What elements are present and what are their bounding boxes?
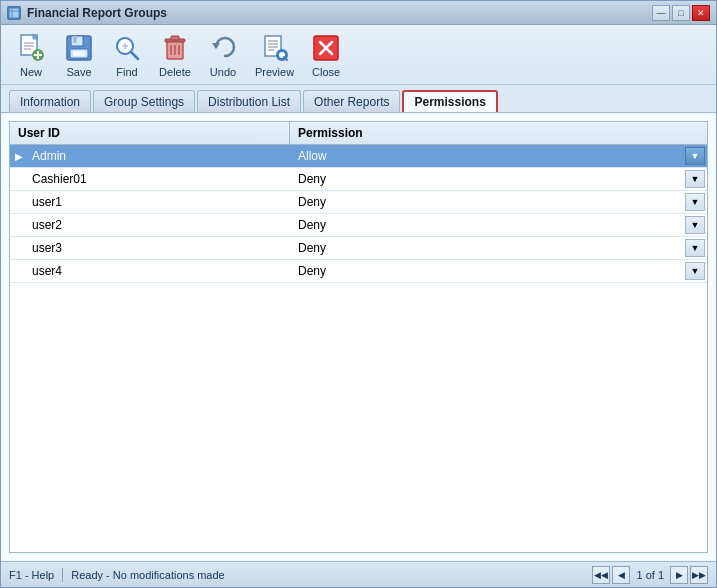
preview-button[interactable]: Preview <box>249 28 300 82</box>
navigation-controls: ◀◀ ◀ 1 of 1 ▶ ▶▶ <box>592 566 708 584</box>
toolbar-close-icon <box>310 32 342 64</box>
row-userid: Cashier01 <box>26 168 290 190</box>
find-button[interactable]: Find <box>105 28 149 82</box>
row-userid: Admin <box>26 145 290 167</box>
tab-other-reports[interactable]: Other Reports <box>303 90 400 112</box>
save-icon <box>63 32 95 64</box>
prev-page-button[interactable]: ◀ <box>612 566 630 584</box>
new-button[interactable]: New <box>9 28 53 82</box>
new-label: New <box>20 66 42 78</box>
svg-rect-21 <box>171 36 179 40</box>
find-icon <box>111 32 143 64</box>
status-message: Ready - No modifications made <box>71 569 224 581</box>
window-icon <box>7 6 21 20</box>
svg-rect-14 <box>73 51 85 56</box>
row-userid: user3 <box>26 237 290 259</box>
row-permission: Deny <box>290 260 685 282</box>
new-icon <box>15 32 47 64</box>
window-title: Financial Report Groups <box>27 6 167 20</box>
svg-rect-0 <box>9 8 19 18</box>
row-permission: Deny <box>290 237 685 259</box>
page-info: 1 of 1 <box>632 569 668 581</box>
table-row[interactable]: user1 Deny ▼ <box>10 191 707 214</box>
table-row[interactable]: user2 Deny ▼ <box>10 214 707 237</box>
permission-dropdown-5[interactable]: ▼ <box>685 262 705 280</box>
title-bar-buttons: — □ ✕ <box>652 5 710 21</box>
svg-line-16 <box>131 52 138 59</box>
toolbar: New Save <box>1 25 716 85</box>
tabs-area: Information Group Settings Distribution … <box>1 85 716 113</box>
table-row[interactable]: user3 Deny ▼ <box>10 237 707 260</box>
last-page-button[interactable]: ▶▶ <box>690 566 708 584</box>
permission-dropdown-4[interactable]: ▼ <box>685 239 705 257</box>
delete-button[interactable]: Delete <box>153 28 197 82</box>
table-header: User ID Permission <box>10 122 707 145</box>
save-label: Save <box>66 66 91 78</box>
delete-icon <box>159 32 191 64</box>
minimize-button[interactable]: — <box>652 5 670 21</box>
tab-distribution-list[interactable]: Distribution List <box>197 90 301 112</box>
main-window: Financial Report Groups — □ ✕ <box>0 0 717 588</box>
row-userid: user1 <box>26 191 290 213</box>
close-window-button[interactable]: ✕ <box>692 5 710 21</box>
permission-column-header: Permission <box>290 122 707 144</box>
row-permission: Deny <box>290 191 685 213</box>
row-permission: Allow <box>290 145 685 167</box>
svg-rect-12 <box>73 36 77 43</box>
preview-icon <box>259 32 291 64</box>
userid-column-header: User ID <box>10 122 290 144</box>
status-divider <box>62 568 63 582</box>
table-row[interactable]: user4 Deny ▼ <box>10 260 707 283</box>
status-left: F1 - Help Ready - No modifications made <box>9 568 225 582</box>
svg-marker-25 <box>212 43 220 49</box>
permissions-table: User ID Permission ▶ Admin Allow ▼ Cashi… <box>9 121 708 553</box>
preview-label: Preview <box>255 66 294 78</box>
main-content: User ID Permission ▶ Admin Allow ▼ Cashi… <box>1 113 716 561</box>
table-row[interactable]: Cashier01 Deny ▼ <box>10 168 707 191</box>
tab-information[interactable]: Information <box>9 90 91 112</box>
row-userid: user4 <box>26 260 290 282</box>
tab-permissions[interactable]: Permissions <box>402 90 497 112</box>
help-text: F1 - Help <box>9 569 54 581</box>
permission-dropdown-2[interactable]: ▼ <box>685 193 705 211</box>
table-row[interactable]: ▶ Admin Allow ▼ <box>10 145 707 168</box>
toolbar-close-button[interactable]: Close <box>304 28 348 82</box>
undo-label: Undo <box>210 66 236 78</box>
next-page-button[interactable]: ▶ <box>670 566 688 584</box>
permission-dropdown-0[interactable]: ▼ <box>685 147 705 165</box>
undo-icon <box>207 32 239 64</box>
row-permission: Deny <box>290 214 685 236</box>
save-button[interactable]: Save <box>57 28 101 82</box>
maximize-button[interactable]: □ <box>672 5 690 21</box>
row-selector-arrow: ▶ <box>10 151 26 162</box>
permission-dropdown-1[interactable]: ▼ <box>685 170 705 188</box>
row-permission: Deny <box>290 168 685 190</box>
tab-group-settings[interactable]: Group Settings <box>93 90 195 112</box>
status-bar: F1 - Help Ready - No modifications made … <box>1 561 716 587</box>
title-bar: Financial Report Groups — □ ✕ <box>1 1 716 25</box>
row-userid: user2 <box>26 214 290 236</box>
find-label: Find <box>116 66 137 78</box>
permission-dropdown-3[interactable]: ▼ <box>685 216 705 234</box>
close-label: Close <box>312 66 340 78</box>
undo-button[interactable]: Undo <box>201 28 245 82</box>
title-bar-left: Financial Report Groups <box>7 6 167 20</box>
first-page-button[interactable]: ◀◀ <box>592 566 610 584</box>
delete-label: Delete <box>159 66 191 78</box>
